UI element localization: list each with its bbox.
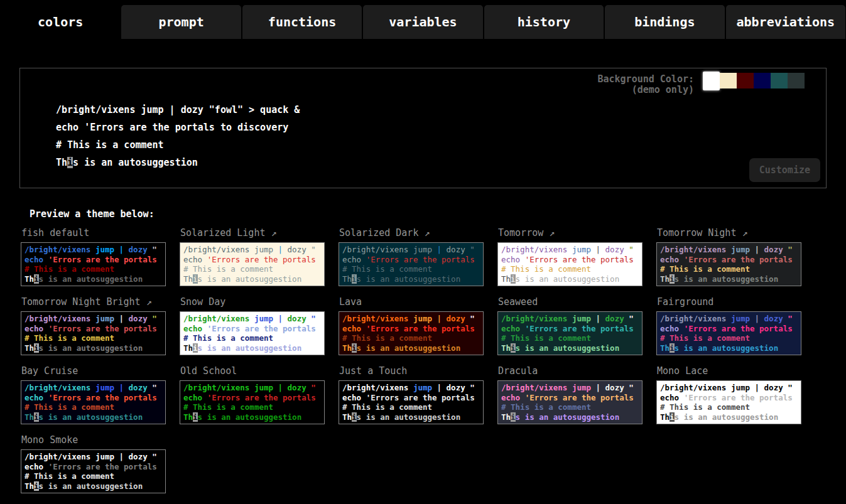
preview-cursor: i — [670, 412, 675, 422]
theme-preview[interactable]: /bright/vixens jump | dozy "echo 'Errors… — [180, 242, 325, 286]
theme-title[interactable]: Tomorrow Night Bright ↗ — [21, 296, 180, 308]
preview-command-line: /bright/vixens jump | dozy " — [660, 245, 798, 255]
theme-title[interactable]: Mono Smoke — [21, 434, 180, 446]
background-swatch[interactable] — [771, 73, 788, 88]
background-swatch[interactable] — [737, 73, 754, 88]
theme-name: Tomorrow — [498, 227, 543, 239]
theme-card: Mono Lace /bright/vixens jump | dozy "ec… — [656, 364, 815, 424]
preview-comment-line: # This is a comment — [183, 402, 321, 412]
preview-string-line: echo 'Errors are the portals — [24, 462, 162, 472]
theme-title[interactable]: Dracula — [498, 365, 656, 377]
theme-title[interactable]: Seaweed — [498, 296, 656, 308]
theme-preview[interactable]: /bright/vixens jump | dozy "echo 'Errors… — [339, 242, 484, 286]
theme-preview[interactable]: /bright/vixens jump | dozy "echo 'Errors… — [497, 311, 643, 355]
theme-title[interactable]: Mono Lace — [657, 365, 815, 377]
background-swatch[interactable] — [703, 72, 720, 90]
theme-preview[interactable]: /bright/vixens jump | dozy "echo 'Errors… — [21, 311, 166, 355]
preview-string-line: echo 'Errors are the portals — [342, 255, 480, 265]
theme-title[interactable]: Tomorrow Night ↗ — [657, 227, 815, 239]
tab-abbreviations[interactable]: abbreviations — [726, 5, 845, 39]
customize-button[interactable]: Customize — [749, 158, 820, 182]
theme-preview[interactable]: /bright/vixens jump | dozy "echo 'Errors… — [180, 311, 325, 355]
background-swatch[interactable] — [720, 73, 737, 88]
preview-autosuggestion-line: This is an autosuggestion — [24, 343, 162, 353]
theme-title[interactable]: Solarized Light ↗ — [180, 227, 339, 239]
theme-preview[interactable]: /bright/vixens jump | dozy "echo 'Errors… — [497, 380, 643, 424]
preview-autosuggestion-line: This is an autosuggestion — [501, 274, 639, 284]
preview-command-line: /bright/vixens jump | dozy " — [24, 314, 162, 324]
theme-preview[interactable]: /bright/vixens jump | dozy "echo 'Errors… — [497, 242, 643, 286]
theme-card: Seaweed /bright/vixens jump | dozy "echo… — [497, 295, 656, 355]
theme-title[interactable]: Fairground — [657, 296, 815, 308]
theme-preview[interactable]: /bright/vixens jump | dozy "echo 'Errors… — [21, 449, 166, 493]
preview-comment-line: # This is a comment — [660, 264, 798, 274]
theme-title[interactable]: Just a Touch — [339, 365, 497, 377]
tab-bar: colors prompt functions variables histor… — [0, 0, 846, 39]
theme-title[interactable]: Bay Cruise — [21, 365, 180, 377]
preview-string-line: echo 'Errors are the portals — [24, 255, 162, 265]
preview-command-line: /bright/vixens jump | dozy " — [342, 383, 480, 393]
theme-title[interactable]: Solarized Dark ↗ — [339, 227, 497, 239]
tab-history[interactable]: history — [484, 5, 604, 39]
theme-name: Bay Cruise — [21, 365, 78, 377]
tab-prompt[interactable]: prompt — [121, 5, 241, 39]
preview-string-line: echo 'Errors are the portals — [24, 324, 162, 334]
preview-comment-line: # This is a comment — [501, 333, 639, 343]
theme-preview[interactable]: /bright/vixens jump | dozy "echo 'Errors… — [339, 311, 484, 355]
external-link-icon: ↗ — [736, 227, 747, 239]
preview-string-line: echo 'Errors are the portals — [183, 393, 321, 403]
theme-card: fish default /bright/vixens jump | dozy … — [21, 226, 180, 286]
theme-card: Bay Cruise /bright/vixens jump | dozy "e… — [21, 364, 180, 424]
tab-functions[interactable]: functions — [242, 5, 362, 39]
background-color-label-line2: (demo only) — [597, 85, 694, 95]
preview-cursor: i — [670, 274, 675, 284]
preview-autosuggestion-line: This is an autosuggestion — [501, 343, 639, 353]
preview-heading: Preview a theme below: — [30, 208, 846, 220]
theme-title[interactable]: Tomorrow ↗ — [498, 227, 656, 239]
preview-autosuggestion-line: This is an autosuggestion — [660, 274, 798, 284]
preview-cursor: i — [193, 343, 198, 353]
theme-name: Fairground — [657, 296, 713, 308]
demo-command-line: /bright/vixens jump | dozy "fowl" > quac… — [56, 101, 826, 119]
preview-command-line: /bright/vixens jump | dozy " — [342, 245, 480, 255]
theme-card: Mono Smoke /bright/vixens jump | dozy "e… — [21, 433, 180, 493]
preview-cursor: i — [34, 274, 39, 284]
tab-colors[interactable]: colors — [1, 5, 120, 39]
tab-variables[interactable]: variables — [363, 5, 482, 39]
theme-preview[interactable]: /bright/vixens jump | dozy "echo 'Errors… — [656, 311, 801, 355]
background-swatch[interactable] — [788, 73, 805, 88]
preview-comment-line: # This is a comment — [660, 402, 798, 412]
preview-string-line: echo 'Errors are the portals — [501, 393, 639, 403]
preview-cursor: i — [34, 481, 39, 491]
theme-name: Tomorrow Night Bright — [21, 296, 141, 308]
tab-bindings[interactable]: bindings — [605, 5, 724, 39]
demo-string-line: echo 'Errors are the portals to discover… — [56, 119, 826, 136]
background-swatch[interactable] — [754, 73, 771, 88]
background-swatch[interactable] — [805, 73, 822, 88]
swatch-row — [703, 73, 822, 90]
preview-command-line: /bright/vixens jump | dozy " — [183, 383, 321, 393]
preview-cursor: i — [352, 274, 357, 284]
preview-command-line: /bright/vixens jump | dozy " — [183, 314, 321, 324]
background-color-label-line1: Background Color: — [597, 74, 694, 85]
theme-preview[interactable]: /bright/vixens jump | dozy "echo 'Errors… — [339, 380, 484, 424]
preview-comment-line: # This is a comment — [501, 264, 639, 274]
preview-string-line: echo 'Errors are the portals — [24, 393, 162, 403]
theme-preview[interactable]: /bright/vixens jump | dozy "echo 'Errors… — [656, 380, 801, 424]
theme-preview[interactable]: /bright/vixens jump | dozy "echo 'Errors… — [656, 242, 801, 286]
color-demo-panel: Background Color: (demo only) /bright/vi… — [19, 68, 827, 188]
theme-title[interactable]: Old School — [180, 365, 339, 377]
theme-title[interactable]: fish default — [21, 227, 180, 239]
preview-autosuggestion-line: This is an autosuggestion — [24, 274, 162, 284]
theme-preview[interactable]: /bright/vixens jump | dozy "echo 'Errors… — [180, 380, 325, 424]
theme-preview[interactable]: /bright/vixens jump | dozy "echo 'Errors… — [21, 380, 166, 424]
preview-autosuggestion-line: This is an autosuggestion — [24, 481, 162, 491]
theme-preview[interactable]: /bright/vixens jump | dozy "echo 'Errors… — [21, 242, 166, 286]
preview-command-line: /bright/vixens jump | dozy " — [24, 452, 162, 462]
theme-title[interactable]: Snow Day — [180, 296, 339, 308]
preview-comment-line: # This is a comment — [342, 333, 480, 343]
demo-autosuggestion-post: s is an autosuggestion — [73, 157, 198, 168]
preview-cursor: i — [34, 412, 39, 422]
preview-string-line: echo 'Errors are the portals — [660, 255, 798, 265]
theme-title[interactable]: Lava — [339, 296, 497, 308]
